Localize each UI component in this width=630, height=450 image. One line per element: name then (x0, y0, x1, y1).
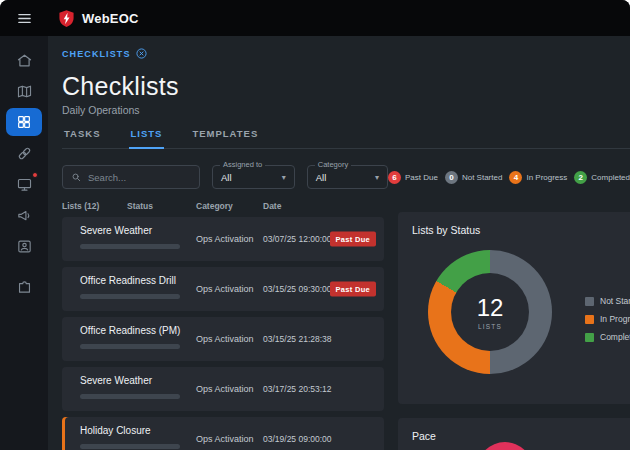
sidebar-item-plugins[interactable] (6, 272, 42, 300)
column-header-status: Status (127, 201, 153, 211)
home-icon (16, 52, 33, 69)
column-header-category: Category (196, 201, 233, 211)
menu-toggle-button[interactable] (0, 10, 48, 27)
contact-card-icon (16, 238, 33, 255)
progress-bar (80, 244, 180, 249)
donut-center: 12 LISTS (451, 273, 529, 351)
list-row[interactable]: Office Readiness Drill Ops Activation 03… (62, 267, 384, 311)
assigned-to-value: All (221, 172, 232, 183)
sidebar-item-displays[interactable] (6, 170, 42, 198)
pace-ring[interactable] (477, 442, 533, 450)
panel-title: Lists by Status (398, 212, 630, 236)
main-content: CHECKLISTS Checklists Daily Operations T… (48, 36, 630, 450)
webeoc-window: WebEOC (0, 0, 630, 450)
tab-tasks[interactable]: TASKS (62, 128, 103, 148)
column-header-lists: Lists (12) (62, 201, 99, 211)
in-progress-count-badge: 4 (509, 171, 522, 184)
progress-bar (80, 294, 180, 299)
legend-entry-not-started: Not Started (585, 296, 630, 306)
breadcrumb-close-icon[interactable] (136, 48, 147, 59)
sidebar-item-home[interactable] (6, 46, 42, 74)
charts-column: Lists by Status 12 LISTS Not Started In … (398, 212, 630, 450)
webeoc-shield-logo (58, 9, 75, 28)
map-icon (16, 83, 33, 100)
tab-bar: TASKS LISTS TEMPLATES (62, 128, 630, 149)
app-title: WebEOC (82, 11, 139, 26)
breadcrumb[interactable]: CHECKLISTS (62, 48, 630, 59)
donut-total: 12 (477, 294, 504, 322)
tab-templates[interactable]: TEMPLATES (190, 128, 260, 148)
column-header-date: Date (263, 201, 281, 211)
category-value: All (316, 172, 327, 183)
brand: WebEOC (58, 9, 139, 28)
megaphone-icon (16, 207, 33, 224)
legend-swatch (585, 333, 594, 342)
breadcrumb-label: CHECKLISTS (62, 49, 131, 59)
past-due-badge: Past Due (330, 282, 377, 297)
panel-title: Pace (398, 418, 630, 442)
list-row[interactable]: Severe Weather Ops Activation 03/17/25 2… (62, 367, 384, 411)
progress-bar (80, 344, 180, 349)
lists-section: Lists (12) Status Category Date Severe W… (62, 201, 384, 450)
table-header-row: Lists (12) Status Category Date (62, 201, 384, 212)
page-subtitle: Daily Operations (62, 104, 630, 116)
lists-by-status-panel: Lists by Status 12 LISTS Not Started In … (398, 212, 630, 404)
sidebar-item-links[interactable] (6, 139, 42, 167)
filter-row: Assigned to All ▾ Category All ▾ 6 Past … (62, 159, 630, 189)
page-title: Checklists (62, 72, 630, 101)
link-icon (16, 145, 33, 162)
legend-completed[interactable]: 2 Completed (574, 171, 630, 184)
hamburger-icon (16, 10, 33, 27)
sidebar-item-broadcasts[interactable] (6, 201, 42, 229)
sidebar-item-boards[interactable] (6, 108, 42, 136)
search-input[interactable] (88, 172, 191, 183)
progress-bar (80, 394, 180, 399)
legend-entry-completed: Completed (585, 332, 630, 342)
assigned-to-dropdown[interactable]: Assigned to All ▾ (212, 165, 295, 189)
category-label: Category (315, 160, 351, 169)
legend-swatch (585, 315, 594, 324)
list-row[interactable]: Holiday Closure Ops Activation 03/19/25 … (62, 417, 384, 450)
list-row[interactable]: Office Readiness (PM) Ops Activation 03/… (62, 317, 384, 361)
sidebar-item-contacts[interactable] (6, 232, 42, 260)
sidebar (0, 36, 48, 450)
tab-lists[interactable]: LISTS (129, 128, 165, 149)
legend-entry-in-progress: In Progress (585, 314, 630, 324)
legend-past-due[interactable]: 6 Past Due (388, 171, 438, 184)
past-due-badge: Past Due (330, 232, 377, 247)
not-started-count-badge: 0 (445, 171, 458, 184)
boards-grid-icon (16, 114, 32, 130)
chevron-down-icon: ▾ (375, 173, 379, 182)
legend-in-progress[interactable]: 4 In Progress (509, 171, 567, 184)
chevron-down-icon: ▾ (282, 173, 286, 182)
list-row[interactable]: Severe Weather Ops Activation 03/07/25 1… (62, 217, 384, 261)
assigned-to-label: Assigned to (220, 160, 265, 169)
past-due-count-badge: 6 (388, 171, 401, 184)
topbar: WebEOC (0, 0, 630, 36)
search-icon (71, 172, 82, 183)
status-legend: 6 Past Due 0 Not Started 4 In Progress 2… (388, 171, 630, 184)
legend-not-started[interactable]: 0 Not Started (445, 171, 502, 184)
lists-by-status-donut[interactable]: 12 LISTS (428, 250, 552, 374)
sidebar-item-map[interactable] (6, 77, 42, 105)
pace-panel: Pace (398, 418, 630, 450)
donut-legend: Not Started In Progress Completed (585, 296, 630, 342)
legend-swatch (585, 297, 594, 306)
progress-bar (80, 444, 180, 449)
category-dropdown[interactable]: Category All ▾ (307, 165, 388, 189)
puzzle-icon (16, 278, 33, 295)
notification-dot (32, 172, 38, 178)
display-monitor-icon (16, 176, 33, 193)
search-box[interactable] (62, 165, 200, 189)
completed-count-badge: 2 (574, 171, 587, 184)
